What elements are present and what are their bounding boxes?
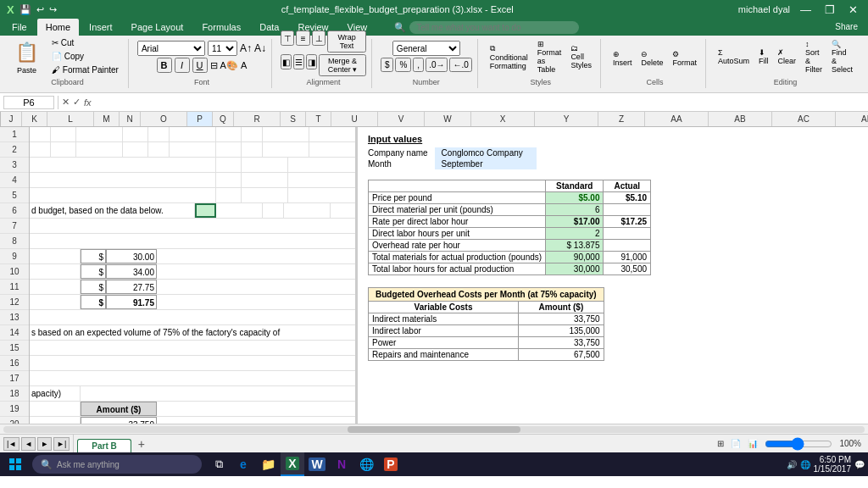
taskbar-file-explorer[interactable]: 📁 [256,452,280,476]
cell-p1[interactable] [216,127,242,141]
cell-k10-empty[interactable] [30,264,81,279]
cell-m2[interactable] [123,142,148,157]
cell-p6-selected[interactable] [195,203,216,218]
cell-r2[interactable] [263,142,309,157]
conditional-formatting-button[interactable]: ⧉ConditionalFormatting [487,42,531,73]
taskbar-task-view[interactable]: ⧉ [207,452,231,476]
cell-m9-value[interactable]: 30.00 [106,249,157,263]
comma-button[interactable]: , [413,58,424,72]
standards-std-1[interactable]: 6 [546,204,604,216]
taskbar-excel[interactable]: X [281,452,304,476]
font-color-button[interactable]: A [241,60,247,70]
cell-r3[interactable] [242,158,288,172]
copy-button[interactable]: 📄 Copy [47,50,123,63]
format-as-table-button[interactable]: ⊞Format asTable [534,37,565,76]
standards-std-3[interactable]: 2 [546,228,604,240]
cell-p5[interactable] [216,188,242,202]
standards-act-6[interactable]: 30,500 [604,263,651,275]
standards-act-2[interactable]: $17.25 [604,216,651,228]
cell-j6-description[interactable]: d budget, based on the data below. [30,203,195,218]
cancel-formula-icon[interactable]: ✕ [62,97,70,108]
cell-l11-dollar[interactable]: $ [81,280,106,294]
cell-r1[interactable] [263,127,309,141]
sort-filter-button[interactable]: ↕Sort &Filter [802,37,826,76]
taskbar-word[interactable]: W [305,452,329,476]
cell-t6[interactable] [284,203,331,218]
standards-label-6[interactable]: Total labor hours for actual production [369,263,546,275]
tab-home[interactable]: Home [37,19,79,36]
cell-row8-span[interactable] [30,234,356,248]
cell-l20-value[interactable]: 33,750 [81,417,157,424]
cell-j1[interactable] [30,127,51,141]
cell-j2[interactable] [30,142,51,157]
prev-sheet-button[interactable]: ◄ [21,437,36,451]
zoom-slider[interactable] [765,440,832,448]
increase-font-button[interactable]: A↑ [240,42,252,54]
merge-center-button[interactable]: Merge & Center ▾ [319,54,366,76]
cut-button[interactable]: ✂ Cut [47,36,123,49]
cell-right11-empty[interactable] [157,280,356,294]
overhead-value-3[interactable]: 67,500 [519,349,604,361]
confirm-formula-icon[interactable]: ✓ [73,97,81,108]
overhead-label-3[interactable]: Repairs and maintenance [369,349,519,361]
cell-l19-amount-header[interactable]: Amount ($) [81,402,157,416]
windows-start-button[interactable] [3,452,27,476]
font-size-select[interactable]: 11 [208,41,237,56]
month-value[interactable]: September [435,158,537,169]
next-sheet-button[interactable]: ► [37,437,52,451]
cell-k2[interactable] [51,142,76,157]
speaker-icon[interactable]: 🔊 [787,460,797,469]
cell-row13-span[interactable] [30,310,356,324]
cell-n2[interactable] [148,142,170,157]
standards-std-2[interactable]: $17.00 [546,216,604,228]
number-format-select[interactable]: General [392,41,460,56]
cell-p3[interactable] [216,158,242,172]
align-bottom-button[interactable]: ⊥ [312,30,326,46]
network-icon[interactable]: 🌐 [800,460,810,469]
standards-act-1[interactable] [604,204,651,216]
cell-l2[interactable] [76,142,123,157]
cell-r4[interactable] [242,173,288,187]
cell-k9-empty[interactable] [30,249,81,263]
formula-input[interactable] [95,97,865,108]
standards-label-2[interactable]: Rate per direct labor hour [369,216,546,228]
notification-icon[interactable]: 💬 [854,460,865,469]
fill-color-button[interactable]: A🎨 [220,60,238,71]
decrease-decimal-button[interactable]: ←.0 [449,58,471,72]
overhead-value-0[interactable]: 33,750 [519,313,604,325]
company-name-value[interactable]: Conglomco Company [435,147,537,158]
tab-formulas[interactable]: Formulas [193,19,249,36]
standards-act-0[interactable]: $5.10 [604,192,651,204]
quick-access-save[interactable]: 💾 [19,4,31,15]
standards-label-1[interactable]: Direct material per unit (pounds) [369,204,546,216]
cell-m10-value[interactable]: 34.00 [106,264,157,279]
insert-function-icon[interactable]: fx [84,97,92,108]
cell-row15[interactable] [30,341,356,355]
currency-button[interactable]: $ [381,58,394,72]
standards-label-0[interactable]: Price per pound [369,192,546,204]
cell-p4[interactable] [216,173,242,187]
last-sheet-button[interactable]: ►| [53,437,70,451]
cell-k12-empty[interactable] [30,295,81,309]
format-cells-button[interactable]: ⚙Format [669,47,700,69]
cell-right10-empty[interactable] [157,264,356,279]
cell-r6[interactable] [216,203,263,218]
close-button[interactable]: ✕ [845,3,861,16]
standards-label-5[interactable]: Total materials for actual production (p… [369,252,546,263]
cell-j20-empty[interactable] [30,417,81,424]
taskbar-edge[interactable]: e [231,452,255,476]
wrap-text-button[interactable]: Wrap Text [327,30,366,53]
clear-button[interactable]: ✗Clear [774,46,799,68]
cell-m1[interactable] [123,127,148,141]
cell-row16[interactable] [30,356,356,370]
cell-l12-dollar[interactable]: $ [81,295,106,309]
cell-s6[interactable] [263,203,284,218]
overhead-value-1[interactable]: 135,000 [519,325,604,337]
align-right-button[interactable]: ◨ [306,54,317,69]
paste-button[interactable]: 📋 [12,39,42,66]
format-painter-button[interactable]: 🖌 Format Painter [47,64,123,76]
cell-j18-capacity[interactable]: apacity) [30,386,81,401]
ribbon-search-input[interactable] [409,21,579,34]
page-break-view-icon[interactable]: 📊 [748,439,758,448]
cell-o2[interactable] [170,142,216,157]
